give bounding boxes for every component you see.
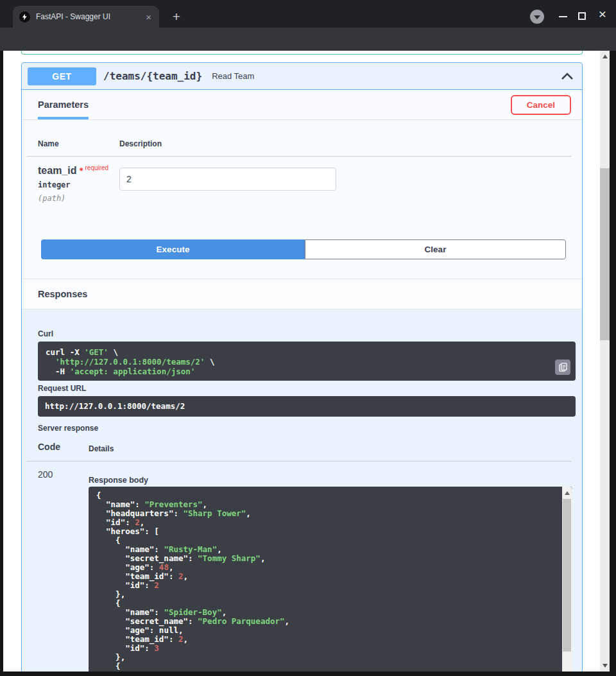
- response-table-divider: [27, 461, 572, 462]
- previous-operation-block-edge: [21, 51, 583, 55]
- clipboard-icon: [559, 363, 567, 372]
- request-url-label: Request URL: [38, 384, 86, 393]
- parameters-tab-row: Parameters Cancel: [22, 90, 582, 120]
- parameter-name-cell: team_id *required integer (path): [38, 165, 108, 203]
- maximize-button[interactable]: [578, 12, 586, 20]
- operation-block-get-team: GET /teams/{team_id} Read Team Parameter…: [21, 62, 583, 672]
- tab-search-button[interactable]: [530, 10, 544, 24]
- operation-header[interactable]: GET /teams/{team_id} Read Team: [22, 63, 582, 90]
- team-id-input[interactable]: [119, 168, 336, 191]
- code-column-header: Code: [38, 442, 60, 452]
- details-column-header: Details: [89, 444, 114, 453]
- required-label: required: [85, 164, 108, 171]
- clear-button[interactable]: Clear: [305, 239, 566, 259]
- scroll-up-arrow-icon[interactable]: [565, 491, 570, 495]
- caret-down-icon: [534, 15, 540, 19]
- parameter-location: (path): [38, 194, 108, 203]
- curl-label: Curl: [38, 329, 53, 338]
- curl-command: curl -X 'GET' \ 'http://127.0.0.1:8000/t…: [38, 342, 576, 381]
- column-header-name: Name: [38, 139, 59, 148]
- execute-button-group: Execute Clear: [41, 239, 566, 259]
- parameters-section: Name Description team_id *required integ…: [22, 120, 582, 279]
- response-body-scrollbar[interactable]: [562, 487, 572, 672]
- swagger-ui: GET /teams/{team_id} Read Team Parameter…: [21, 51, 583, 672]
- browser-toolbar: ← → 127.0.0.1:8000/docs#/default/read_te…: [0, 28, 616, 51]
- required-asterisk: *: [76, 165, 83, 176]
- browser-tab[interactable]: FastAPI - Swagger UI ×: [13, 6, 159, 28]
- page-scrollbar[interactable]: [600, 51, 610, 672]
- tab-parameters[interactable]: Parameters: [38, 90, 89, 119]
- chevron-up-icon: [561, 72, 574, 80]
- fastapi-logo-icon: [19, 12, 30, 22]
- method-badge: GET: [28, 67, 96, 85]
- tab-title: FastAPI - Swagger UI: [36, 12, 144, 21]
- column-header-description: Description: [119, 139, 162, 148]
- new-tab-button[interactable]: +: [168, 8, 185, 25]
- response-body-code: { "name": "Preventers", "headquarters": …: [96, 491, 554, 672]
- responses-section-body: Curl curl -X 'GET' \ 'http://127.0.0.1:8…: [22, 309, 582, 672]
- server-response-label: Server response: [38, 424, 98, 433]
- minimize-button[interactable]: [559, 16, 567, 17]
- page-content: GET /teams/{team_id} Read Team Parameter…: [3, 51, 610, 672]
- operation-path: /teams/{team_id}: [103, 70, 202, 82]
- response-body: { "name": "Preventers", "headquarters": …: [89, 487, 572, 672]
- copy-button[interactable]: [555, 360, 570, 375]
- response-scrollbar-thumb[interactable]: [563, 499, 571, 652]
- operation-summary: Read Team: [212, 71, 254, 81]
- collapse-button[interactable]: [561, 72, 574, 80]
- responses-section-header: Responses: [22, 279, 582, 309]
- tab-strip: FastAPI - Swagger UI × + ×: [0, 0, 616, 28]
- status-code: 200: [38, 469, 53, 480]
- parameter-type: integer: [38, 180, 108, 189]
- page-scroll-down-arrow-icon[interactable]: [603, 664, 608, 668]
- page-scroll-up-arrow-icon[interactable]: [603, 55, 608, 58]
- cancel-button[interactable]: Cancel: [511, 95, 571, 115]
- window-close-button[interactable]: ×: [596, 6, 609, 22]
- parameter-name: team_id: [38, 165, 76, 176]
- execute-button[interactable]: Execute: [41, 239, 305, 259]
- response-body-label: Response body: [89, 476, 148, 485]
- page-scrollbar-thumb[interactable]: [600, 168, 610, 340]
- request-url-value: http://127.0.0.1:8000/teams/2: [38, 396, 576, 417]
- table-divider: [27, 156, 572, 157]
- tab-close-icon[interactable]: ×: [144, 12, 153, 22]
- curl-command-code: curl -X 'GET' \ 'http://127.0.0.1:8000/t…: [46, 347, 568, 376]
- responses-title: Responses: [38, 289, 87, 299]
